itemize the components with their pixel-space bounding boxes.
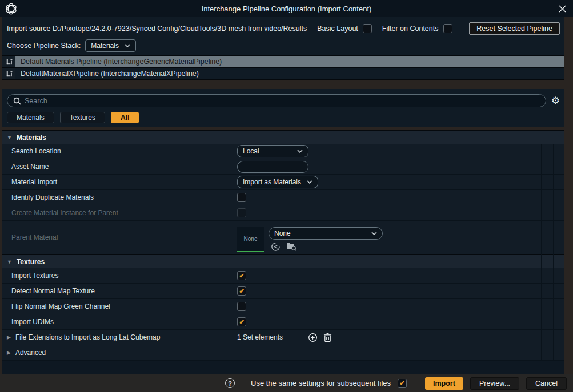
import-button[interactable]: Import	[425, 377, 463, 390]
dialog-title: Interchange Pipeline Configuration (Impo…	[0, 5, 573, 13]
filter-all-button[interactable]: All	[111, 112, 139, 123]
dialog-body: Import source D:/Pixotope/24.2.0-7923/Sy…	[0, 17, 573, 374]
pipeline-icon	[2, 56, 15, 67]
delete-elements-icon[interactable]	[323, 333, 332, 342]
import-udims-checkbox[interactable]	[237, 317, 246, 326]
pipeline-stack-dropdown[interactable]: Materials	[85, 39, 136, 52]
property-row-create-material-instance: Create Material Instance for Parent	[2, 205, 564, 221]
property-row-asset-name: Asset Name	[2, 159, 564, 175]
basic-layout-checkbox[interactable]	[363, 24, 372, 33]
property-row-advanced: ▶ Advanced	[2, 345, 564, 361]
search-box[interactable]	[7, 94, 546, 107]
create-material-instance-checkbox	[237, 208, 246, 217]
help-icon[interactable]: ?	[225, 378, 235, 388]
triangle-down-icon: ▼	[7, 259, 12, 265]
chevron-down-icon	[371, 232, 377, 235]
flip-green-channel-checkbox[interactable]	[237, 302, 246, 311]
pipeline-item-label: DefaultMaterialXPipeline (InterchangeMat…	[15, 70, 199, 78]
property-row-parent-material: Parent Material None None	[2, 221, 564, 254]
filter-on-contents-label: Filter on Contents	[382, 25, 439, 33]
triangle-right-icon[interactable]: ▶	[7, 334, 11, 340]
property-row-import-udims: Import UDIMs	[2, 314, 564, 330]
same-settings-label: Use the same settings for subsequent fil…	[251, 379, 391, 387]
set-elements-count: 1 Set elements	[237, 333, 283, 341]
search-panel: ⚙ Materials Textures All	[2, 89, 564, 127]
settings-gear-icon[interactable]: ⚙	[551, 96, 560, 106]
cancel-button[interactable]: Cancel	[526, 377, 567, 390]
pipeline-list: Default Materials Pipeline (InterchangeG…	[2, 55, 564, 80]
pipeline-item-generic-material[interactable]: Default Materials Pipeline (InterchangeG…	[2, 56, 564, 68]
property-row-detect-normal-map: Detect Normal Map Texture	[2, 284, 564, 299]
filter-textures-button[interactable]: Textures	[60, 112, 105, 123]
use-selected-asset-icon[interactable]	[271, 242, 281, 252]
chevron-down-icon	[125, 44, 130, 47]
browse-to-asset-icon[interactable]	[286, 242, 296, 251]
property-row-material-import: Material Import Import as Materials	[2, 175, 564, 190]
title-bar: Interchange Pipeline Configuration (Impo…	[0, 0, 573, 17]
chevron-down-icon	[297, 149, 303, 153]
pipeline-stack-row: Choose Pipeline Stack: Materials	[2, 37, 564, 55]
choose-stack-label: Choose Pipeline Stack:	[7, 42, 81, 50]
import-source-text: Import source D:/Pixotope/24.2.0-7923/Sy…	[7, 25, 307, 33]
top-panel: Import source D:/Pixotope/24.2.0-7923/Sy…	[2, 17, 564, 80]
interchange-pipeline-dialog: Interchange Pipeline Configuration (Impo…	[0, 0, 573, 392]
identify-duplicate-materials-checkbox[interactable]	[237, 193, 246, 202]
close-icon[interactable]	[557, 3, 567, 14]
search-input[interactable]	[25, 97, 540, 105]
pipeline-item-materialx[interactable]: DefaultMaterialXPipeline (InterchangeMat…	[2, 68, 564, 80]
import-toolbar: Import source D:/Pixotope/24.2.0-7923/Sy…	[2, 17, 564, 37]
asset-name-input[interactable]	[237, 161, 308, 173]
section-header-materials[interactable]: ▼ Materials	[2, 130, 564, 144]
footer-bar: ? Use the same settings for subsequent f…	[0, 374, 573, 392]
app-logo-icon	[4, 2, 18, 16]
filter-buttons: Materials Textures All	[7, 112, 560, 123]
filter-materials-button[interactable]: Materials	[7, 112, 54, 123]
divider-gap	[2, 80, 564, 89]
parent-material-thumbnail[interactable]: None	[237, 227, 264, 252]
pipeline-item-label: Default Materials Pipeline (InterchangeG…	[15, 58, 222, 66]
property-row-file-extensions-cubemap: ▶ File Extensions to Import as Long Lat …	[2, 330, 564, 345]
reset-selected-pipeline-button[interactable]: Reset Selected Pipeline	[469, 22, 560, 35]
basic-layout-label: Basic Layout	[317, 25, 358, 33]
parent-material-dropdown[interactable]: None	[269, 227, 383, 240]
property-row-flip-green-channel: Flip Normal Map Green Channel	[2, 299, 564, 314]
property-grid: ▼ Materials Search Location Local Asset …	[2, 130, 564, 361]
property-row-identify-duplicate-materials: Identify Duplicate Materials	[2, 190, 564, 205]
section-header-textures[interactable]: ▼ Textures	[2, 254, 564, 268]
preview-button[interactable]: Preview...	[470, 377, 519, 390]
same-settings-checkbox[interactable]	[398, 379, 407, 388]
search-icon	[13, 97, 21, 105]
import-textures-checkbox[interactable]	[237, 271, 246, 280]
filter-on-contents-checkbox[interactable]	[443, 24, 452, 33]
grid-filler	[2, 361, 564, 374]
add-element-icon[interactable]	[308, 333, 318, 342]
triangle-right-icon[interactable]: ▶	[7, 350, 11, 355]
property-row-import-textures: Import Textures	[2, 268, 564, 284]
column-separator	[541, 144, 542, 361]
triangle-down-icon: ▼	[7, 135, 12, 140]
pipeline-icon	[2, 68, 15, 79]
detect-normal-map-checkbox[interactable]	[237, 286, 246, 296]
property-row-search-location: Search Location Local	[2, 144, 564, 159]
column-separator	[553, 144, 554, 361]
chevron-down-icon	[307, 180, 312, 184]
search-location-dropdown[interactable]: Local	[237, 145, 308, 157]
material-import-dropdown[interactable]: Import as Materials	[237, 176, 318, 188]
